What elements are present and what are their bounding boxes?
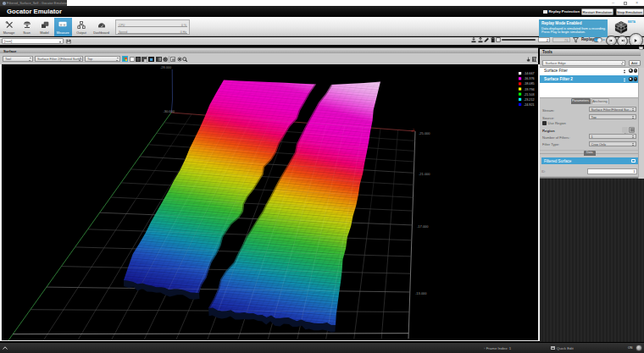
svg-text:-25.000: -25.000 <box>419 130 430 135</box>
svg-text:-18.085: -18.085 <box>524 82 535 85</box>
svg-text:-28.000: -28.000 <box>160 66 171 69</box>
svg-text:-21.503: -21.503 <box>524 92 535 96</box>
svg-text:-14.667: -14.667 <box>524 72 535 75</box>
svg-text:-21.000: -21.000 <box>419 171 430 175</box>
svg-text:-13.000: -13.000 <box>415 290 427 295</box>
svg-text:-24.921: -24.921 <box>524 103 535 107</box>
svg-text:-19.794: -19.794 <box>524 87 535 91</box>
svg-text:-16.376: -16.376 <box>524 77 535 80</box>
svg-text:-17.000: -17.000 <box>417 223 429 228</box>
svg-text:-30.000: -30.000 <box>163 109 175 113</box>
svg-text:-23.212: -23.212 <box>524 97 535 101</box>
